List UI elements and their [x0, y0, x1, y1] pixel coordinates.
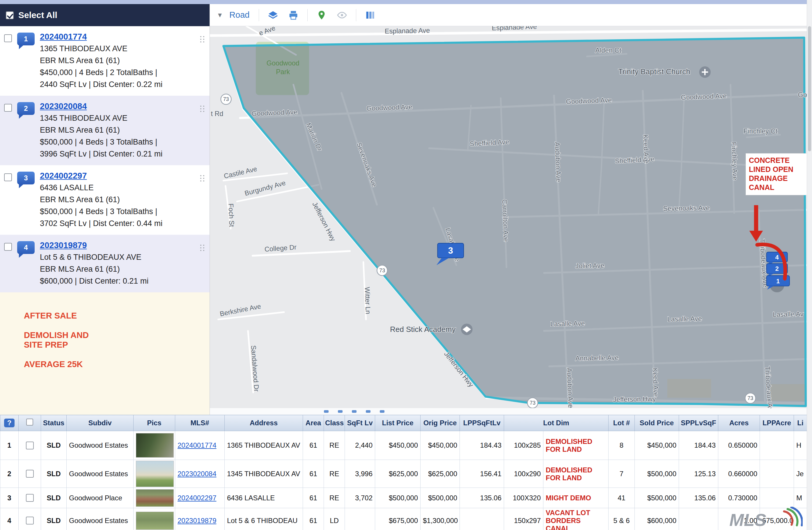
print-button[interactable]: [287, 9, 300, 21]
poi-label: Red Stick Academy: [390, 325, 455, 334]
visibility-button[interactable]: [336, 9, 348, 21]
row-checkbox[interactable]: [26, 470, 34, 477]
checkbox-cell: [19, 431, 41, 460]
map-canvas[interactable]: Esplanade AveEsplanade Avee AveAlden CtG…: [210, 26, 807, 408]
street-label: Keed Ave: [642, 134, 650, 163]
row-checkbox[interactable]: [26, 517, 34, 525]
listing-photo[interactable]: [136, 512, 174, 530]
listing-pin-badge[interactable]: 3: [17, 172, 35, 185]
listing-mls-link[interactable]: 2023019879: [40, 240, 87, 250]
column-header[interactable]: Li: [794, 415, 807, 431]
subdiv-cell: Goodwood Estates: [67, 460, 134, 488]
mls-number-link[interactable]: 2023020084: [177, 470, 216, 477]
map-pin-button[interactable]: [315, 9, 328, 21]
help-button[interactable]: ?: [4, 418, 15, 427]
listing-checkbox[interactable]: [4, 104, 12, 112]
listing-mls-link[interactable]: 2024002297: [40, 171, 87, 181]
mls-number-link[interactable]: 2024001774: [177, 441, 216, 449]
sppsqft-cell: [679, 508, 718, 530]
column-header[interactable]: MLS#: [175, 415, 225, 431]
drag-handle-icon[interactable]: [200, 175, 201, 176]
column-header[interactable]: Acres: [718, 415, 760, 431]
lppsqft-cell: 184.43: [460, 431, 504, 460]
sqft-cell: [345, 508, 375, 530]
street-label: Foch St: [227, 203, 236, 227]
class-cell: LD: [324, 508, 345, 530]
listing-text: 20230200841345 THIBODEAUX AVEEBR MLS Are…: [40, 102, 199, 160]
row-checkbox[interactable]: [26, 442, 34, 450]
page-scrollbar[interactable]: [807, 0, 812, 530]
street-label: Carrollton Ave: [501, 199, 510, 242]
chevron-down-icon[interactable]: ▾: [218, 11, 222, 19]
street-label: Joliet Ave: [575, 262, 605, 270]
column-header[interactable]: Orig Price: [421, 415, 460, 431]
listing-photo[interactable]: [136, 461, 174, 487]
column-header[interactable]: Sold Price: [635, 415, 679, 431]
mls-number-link[interactable]: 2023019879: [177, 517, 216, 525]
layers-icon: [268, 10, 278, 20]
listing-line: $500,000 | 4 Beds | 3 TotalBaths |: [40, 136, 199, 148]
listing-pin-badge[interactable]: 1: [17, 33, 35, 45]
column-header[interactable]: Status: [41, 415, 67, 431]
results-sidebar: Select All 120240017741365 THIBODEAUX AV…: [0, 4, 210, 415]
listing-checkbox[interactable]: [4, 34, 12, 42]
lot-number-cell: 5 & 6: [609, 508, 635, 530]
drag-handle-icon[interactable]: [200, 245, 201, 246]
street-label: Goo: [798, 91, 807, 99]
scrollbar-thumb[interactable]: [808, 26, 811, 151]
column-header[interactable]: Address: [225, 415, 303, 431]
column-header[interactable]: Area: [303, 415, 324, 431]
listing-item: 42023019879Lot 5 & 6 THIBODEAUX AVEEBR M…: [0, 235, 209, 292]
street-label: Annabelle Ave: [575, 354, 619, 362]
column-header[interactable]: Class: [324, 415, 345, 431]
listing-pin-badge[interactable]: 4: [17, 241, 35, 254]
row-checkbox[interactable]: [26, 494, 34, 502]
checkbox-cell: [19, 508, 41, 530]
map-pin-icon: [316, 10, 327, 20]
pics-cell: [134, 508, 175, 530]
column-header[interactable]: LPPSqFtLv: [460, 415, 504, 431]
map-style-dropdown[interactable]: Road: [229, 10, 249, 20]
lppsqft-cell: 156.41: [460, 460, 504, 488]
address-cell: 1365 THIBODEAUX AV: [225, 431, 303, 460]
column-header[interactable]: LPPAcre: [760, 415, 794, 431]
column-header[interactable]: Pics: [134, 415, 175, 431]
listing-photo[interactable]: [136, 433, 174, 458]
listing-pin-badge[interactable]: 2: [17, 102, 35, 115]
listing-line: 2440 SqFt Lv | Dist Center: 0.22 mi: [40, 78, 199, 90]
select-all-checkbox[interactable]: [6, 11, 14, 19]
layers-button[interactable]: [266, 9, 279, 21]
listing-mls-link[interactable]: 2024001774: [40, 32, 87, 42]
column-header[interactable]: Lot #: [609, 415, 635, 431]
row-number: 3: [0, 488, 19, 508]
mls-number-link[interactable]: 2024002297: [177, 494, 216, 502]
lot-dim-cell: 100x290: [504, 460, 543, 488]
checkbox-cell: [19, 488, 41, 508]
column-header[interactable]: SqFt Lv: [345, 415, 375, 431]
column-header[interactable]: [19, 415, 41, 431]
listing-line: $600,000 | Dist Center: 0.21 mi: [40, 275, 199, 287]
column-header[interactable]: List Price: [375, 415, 421, 431]
column-header[interactable]: Lot Dim: [504, 415, 609, 431]
listing-text: 20240017741365 THIBODEAUX AVEEBR MLS Are…: [40, 32, 199, 90]
column-header[interactable]: SPPLvSqF: [679, 415, 718, 431]
listing-text: 20240022976436 LASALLEEBR MLS Area 61 (6…: [40, 171, 199, 230]
street-label: Audubon Ave: [565, 368, 575, 408]
column-header[interactable]: ?: [0, 415, 19, 431]
drag-handle-icon[interactable]: [200, 106, 201, 107]
columns-button[interactable]: [364, 9, 377, 21]
checkbox-cell: [19, 460, 41, 488]
drag-handle-icon[interactable]: [200, 36, 201, 37]
listing-checkbox[interactable]: [4, 173, 12, 181]
subdiv-cell: Goodwood Estates: [67, 508, 134, 530]
lppsqft-cell: [460, 508, 504, 530]
status-cell: SLD: [41, 431, 67, 460]
select-all-rows-checkbox[interactable]: [26, 418, 33, 426]
listing-lines: 1365 THIBODEAUX AVEEBR MLS Area 61 (61)$…: [40, 43, 199, 90]
street-label: t Rd: [211, 110, 223, 118]
listing-photo[interactable]: [136, 489, 174, 507]
status-cell: SLD: [41, 508, 67, 530]
listing-mls-link[interactable]: 2023020084: [40, 102, 87, 111]
column-header[interactable]: Subdiv: [67, 415, 134, 431]
listing-checkbox[interactable]: [4, 243, 12, 251]
